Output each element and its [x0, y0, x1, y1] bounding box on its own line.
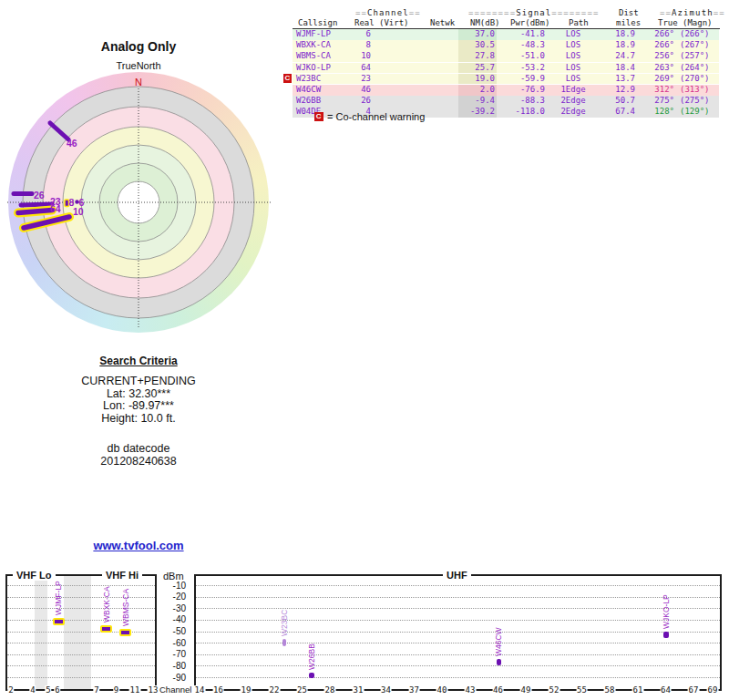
- cell-azimuth-true: 312°: [632, 85, 674, 96]
- channel-tick-label: 14: [194, 685, 206, 695]
- channel-tick-label: 7: [93, 685, 99, 695]
- chart-bar-callsign-label: WJMF-LP: [54, 581, 63, 615]
- col-header-pwr: Pwr(dBm): [510, 18, 549, 27]
- gridline-uhf: [196, 665, 720, 666]
- col-header-virt: (Virt): [379, 18, 409, 27]
- channel-axis-label: Channel: [159, 685, 191, 695]
- table-row: W26BB26-9.4-88.32Edge50.7275°(275°): [293, 96, 719, 107]
- channel-tick-label: 64: [660, 685, 672, 695]
- channel-tick-label: 31: [353, 685, 364, 695]
- chart-bar-WBXK-CA: [100, 625, 112, 633]
- channel-tick-label: 58: [604, 685, 616, 695]
- gridline-uhf: [196, 585, 720, 586]
- gridline-vhf: [7, 677, 155, 678]
- cell-nm-db: 19.0: [438, 74, 495, 85]
- channel-tick-label: 49: [520, 685, 532, 695]
- cell-azimuth-true: 275°: [632, 96, 674, 107]
- table-header-signal: ========Signal========: [468, 8, 599, 17]
- chart-bar-callsign-label: WBXK-CA: [102, 587, 111, 623]
- cell-azimuth-magn: (257°): [680, 51, 719, 62]
- col-header-netwk: Netwk: [430, 18, 455, 27]
- dbm-tick-label: -10: [153, 581, 186, 591]
- cell-real-channel: 23: [329, 74, 371, 85]
- radar-channel-label: 6: [79, 197, 85, 208]
- cell-pwr-dbm: -48.3: [498, 40, 545, 51]
- radar-channel-label: 64: [50, 203, 61, 214]
- channel-tick-label: 9: [113, 685, 119, 695]
- uhf-right-border: [720, 574, 722, 691]
- gridline-uhf: [196, 632, 720, 633]
- col-header-miles: miles: [616, 18, 641, 27]
- gridline-vhf: [7, 632, 155, 633]
- dbm-tick-label: -40: [153, 614, 186, 624]
- col-header-real: Real: [354, 18, 375, 27]
- table-row: WJMF-LP637.0-41.8LOS18.9266°(266°): [293, 29, 719, 40]
- chart-bar-W26BB: [309, 673, 314, 678]
- channel-tick-label: 11: [129, 685, 141, 695]
- gridline-vhf: [7, 643, 155, 643]
- gridline-uhf: [196, 643, 720, 643]
- search-criteria-line: Lon: -89.97***: [29, 400, 248, 413]
- co-channel-legend-badge: C: [314, 112, 323, 121]
- chart-bar-callsign-label: WBMS-CA: [121, 589, 130, 626]
- cell-path: LOS: [550, 74, 596, 85]
- vhf-gap-band-2: [64, 576, 91, 689]
- db-datecode-label: db datecode: [29, 442, 248, 455]
- cell-path: LOS: [550, 29, 596, 40]
- tvfool-report-page: Analog Only TrueNorth 462623641086 N Sea…: [0, 0, 729, 700]
- cell-nm-db: -39.2: [438, 107, 495, 118]
- cell-azimuth-magn: (129°): [680, 107, 719, 118]
- cell-path: 2Edge: [550, 107, 596, 118]
- cell-real-channel: 8: [329, 40, 371, 51]
- cell-azimuth-true: 263°: [632, 63, 674, 74]
- channel-tick-label: 67: [688, 685, 700, 695]
- db-datecode-value: 201208240638: [29, 455, 248, 468]
- cell-nm-db: 37.0: [438, 29, 495, 40]
- cell-real-channel: 26: [329, 96, 371, 107]
- channel-tick-label: 34: [380, 685, 392, 695]
- table-row: WBMS-CA1027.8-51.0LOS24.7256°(257°): [293, 51, 719, 62]
- dbm-tick-label: -50: [153, 626, 186, 636]
- cell-dist-miles: 18.9: [593, 40, 635, 51]
- channel-tick-label: 25: [296, 685, 308, 695]
- channel-tick-label: 46: [492, 685, 504, 695]
- radar-channel-label: 26: [34, 190, 45, 201]
- search-criteria-lines: CURRENT+PENDINGLat: 32.30***Lon: -89.97*…: [29, 376, 248, 425]
- vhf-hi-label: VHF Hi: [102, 570, 142, 581]
- dbm-tick-label: -80: [153, 661, 186, 671]
- cell-pwr-dbm: -41.8: [498, 29, 545, 40]
- channel-tick-label: 16: [212, 685, 224, 695]
- gridline-uhf: [196, 597, 720, 598]
- cell-path: 1Edge: [550, 85, 596, 96]
- channel-tick-label: 4: [29, 685, 36, 695]
- cell-dist-miles: 67.4: [593, 107, 635, 118]
- radar-bar-23: [21, 204, 52, 205]
- table-rows: WJMF-LP637.0-41.8LOS18.9266°(266°)WBXK-C…: [293, 29, 719, 118]
- channel-tick-label: 43: [465, 685, 477, 695]
- col-header-magn: (Magn): [683, 18, 713, 27]
- cell-azimuth-magn: (264°): [680, 63, 719, 74]
- cell-dist-miles: 50.7: [593, 96, 635, 107]
- tvfool-link[interactable]: www.tvfool.com: [93, 539, 183, 552]
- gridline-vhf: [7, 654, 155, 655]
- search-criteria-line: CURRENT+PENDING: [29, 376, 248, 388]
- channel-tick-label: 6: [54, 685, 60, 695]
- chart-bar-WJKO-LP: [663, 632, 669, 638]
- channel-tick-label: 69: [707, 685, 719, 695]
- chart-bar-WJMF-LP: [53, 618, 65, 625]
- cell-real-channel: 64: [329, 63, 371, 74]
- cell-nm-db: 30.5: [438, 40, 495, 51]
- gridline-vhf: [7, 585, 155, 586]
- col-header-nm: NM(dB): [470, 18, 500, 27]
- cell-dist-miles: 12.9: [593, 85, 635, 96]
- table-header-azimuth: ==Azimuth==: [660, 8, 725, 17]
- channel-tick-label: 28: [324, 685, 336, 695]
- cell-nm-db: 25.7: [438, 63, 495, 74]
- gridline-vhf: [7, 608, 155, 609]
- table-row: WJKO-LP6425.7-53.2LOS18.4263°(264°): [293, 63, 719, 74]
- cell-azimuth-magn: (270°): [680, 74, 719, 85]
- cell-real-channel: 10: [329, 51, 371, 62]
- channel-tick-label: 52: [549, 685, 560, 695]
- channel-tick-label: 13: [148, 685, 159, 695]
- cell-azimuth-true: 269°: [632, 74, 674, 85]
